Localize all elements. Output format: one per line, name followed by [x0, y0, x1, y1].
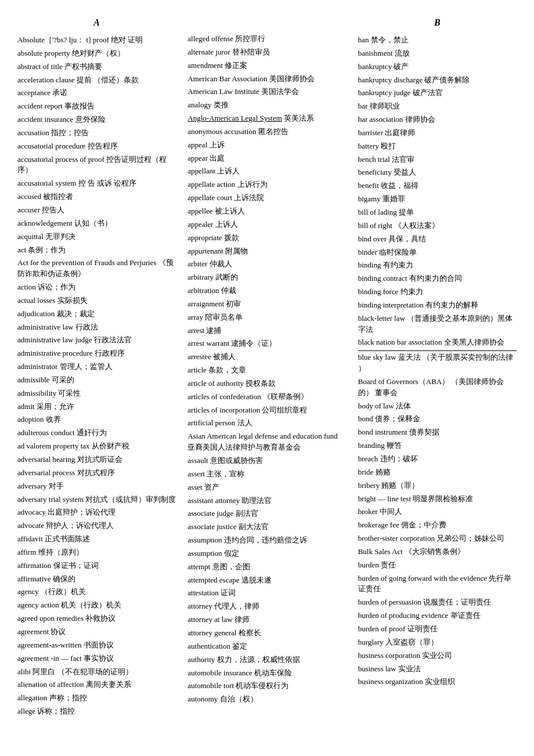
term: brokerage fee: [358, 520, 399, 529]
list-item: appellee 被上诉人: [187, 206, 346, 217]
term: administrator: [17, 362, 57, 371]
definition: 责任: [379, 560, 396, 569]
list-item: affirmation 保证书；证词: [17, 560, 176, 571]
term: absolute property: [17, 49, 70, 57]
list-item: arrestee 被捕人: [187, 352, 346, 363]
list-item: appeal 上诉: [187, 140, 346, 151]
definition: 意图或威胁伤害: [208, 456, 263, 465]
definition: 意外保险: [73, 115, 105, 124]
section-divider: [358, 350, 517, 351]
definition: 声称；指控: [47, 693, 86, 702]
list-item: allegation 声称；指控: [17, 693, 176, 704]
list-item: alibi 阿里白 （不在犯罪场的证明）: [17, 667, 176, 678]
term: alleged offense: [187, 34, 233, 43]
term: Anglo-American Legal System: [187, 114, 282, 122]
column-0: AAbsolute［'?bs? lju： t] proof 绝对 证明absol…: [12, 17, 182, 719]
definition: 权力，法源，权威性依据: [215, 655, 300, 664]
definition: 附属物: [223, 247, 248, 255]
definition: 条例；作为: [26, 245, 66, 254]
definition: 助理法官: [240, 496, 272, 505]
list-item: branding 鞭笞: [358, 440, 517, 451]
list-item: accusatorial system 控 告 或诉 讼程序: [17, 178, 176, 189]
list-item: American Law Institute 美国法学会: [187, 86, 346, 97]
term: actual losses: [17, 296, 55, 305]
definition: 主张，宣称: [205, 469, 244, 478]
definition: 机关（行政）机关: [59, 601, 121, 609]
definition: 绝对 证明: [109, 35, 143, 44]
definition: 《大宗销售条例》: [403, 547, 465, 556]
term: article: [187, 366, 206, 374]
list-item: assumption 假定: [187, 548, 346, 559]
list-item: beneficiary 受益人: [358, 167, 517, 178]
term: amendment: [187, 61, 223, 70]
term: bill of right: [358, 221, 392, 230]
definition: 实业法: [396, 664, 421, 673]
term: administrative law judge: [17, 335, 92, 344]
definition: 替补陪审员: [230, 48, 270, 56]
list-item: bar 律师职业: [358, 101, 517, 112]
list-item: artificial person 法人: [187, 418, 346, 429]
definition: 有约束力: [381, 261, 413, 269]
definition: 收养: [44, 415, 61, 424]
term: attorney: [187, 602, 212, 610]
definition: 提前 （偿还）条款: [75, 75, 139, 84]
list-item: admissible 可采的: [17, 375, 176, 386]
definition: 佣金；中介费: [399, 520, 446, 529]
list-item: appellant 上诉人: [187, 166, 346, 177]
term: battery: [358, 142, 379, 150]
definition: 自治（权）: [218, 694, 257, 703]
term: ad valorem property tax: [17, 442, 90, 450]
list-item: bill of lading 提单: [358, 207, 517, 218]
list-item: action 诉讼；作为: [17, 282, 176, 293]
list-item: ban 禁令，禁止: [358, 35, 517, 46]
definition: 出庭辩护；诉讼代理: [46, 508, 116, 516]
definition: 诉讼；作为: [36, 283, 75, 291]
list-item: assault 意图或威胁伤害: [187, 455, 346, 466]
definition: 中间人: [378, 507, 402, 516]
definition: 对抗式（或抗辩）审判制度: [84, 495, 176, 504]
term: accident insurance: [17, 115, 73, 124]
definition: 具保，具结: [387, 234, 426, 243]
list-item: attestation 证词: [187, 588, 346, 599]
column-1: alleged offense 所控罪行alternate juror 替补陪审…: [182, 17, 352, 719]
term: blue sky law: [358, 353, 396, 361]
list-item: automobile tort 机动车侵权行为: [187, 681, 346, 692]
term: Absolute［'?bs? lju： t] proof: [17, 35, 109, 44]
definition: 实业组织: [423, 677, 455, 686]
list-item: arrest 逮捕: [187, 325, 346, 337]
term: accused: [17, 192, 41, 201]
list-item: authentication 鉴定: [187, 641, 346, 652]
term: acceleration clause: [17, 75, 75, 84]
list-item: appurtenant 附属物: [187, 246, 346, 257]
list-item: accused 被指控者: [17, 191, 176, 202]
definition: 提单: [397, 208, 414, 216]
definition: 鉴定: [230, 642, 247, 650]
list-item: autonomy 自治（权）: [187, 694, 346, 705]
term: arbiter: [187, 259, 207, 268]
list-item: burglary 入室盗窃（罪）: [358, 637, 517, 648]
term: adjudication: [17, 309, 55, 318]
list-item: burden of producing evidence 举证责任: [358, 610, 517, 621]
list-item: administrator 管理人；监管人: [17, 361, 176, 372]
definition: 行政法: [73, 323, 98, 331]
definition: 资产: [203, 483, 219, 491]
definition: 事实协议: [82, 654, 114, 663]
term: automobile tort: [187, 681, 234, 690]
list-item: Board of Governors（ABA） （美国律师协会的） 董事会: [358, 377, 517, 399]
term: burden of proof: [358, 624, 406, 633]
definition: 鞭笞: [385, 441, 402, 450]
term: affidavit: [17, 534, 43, 543]
term: agreement-as-written: [17, 641, 81, 649]
term: black nation bar association: [358, 338, 442, 346]
list-item: bench trial 法官审: [358, 154, 517, 165]
list-item: acquittal 无罪判决: [17, 231, 176, 243]
list-item: abstract of title 产权书摘要: [17, 62, 176, 73]
list-item: ad valorem property tax 从价财产税: [17, 441, 176, 452]
list-item: adjudication 裁决；裁定: [17, 309, 176, 320]
definition: 承诺: [50, 88, 67, 97]
term: business law: [358, 664, 396, 673]
definition: 控告程序: [85, 142, 117, 150]
list-item: Anglo-American Legal System 英美法系: [187, 113, 346, 124]
list-item: affirmative 确保的: [17, 574, 176, 585]
term: ban: [358, 35, 369, 44]
